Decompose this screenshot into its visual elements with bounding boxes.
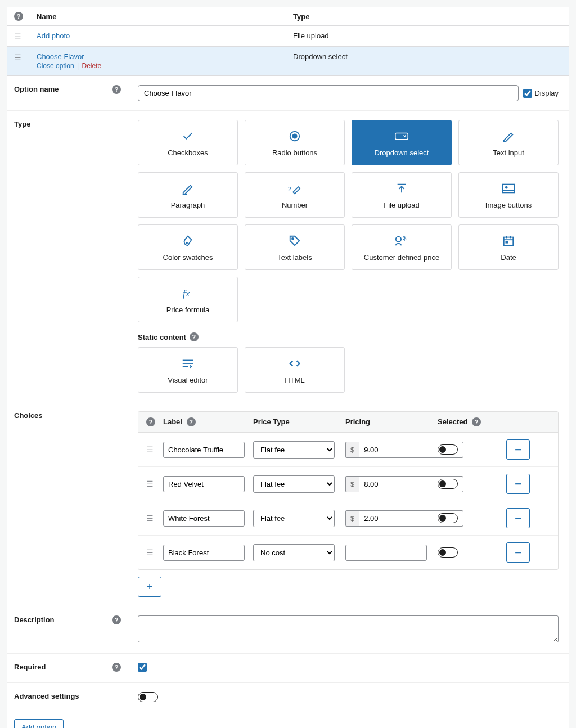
customer-defined-price-icon: $ — [356, 233, 448, 249]
option-row-selected[interactable]: ☰ Choose Flavor Close option | Delete Dr… — [7, 47, 569, 76]
type-card-label: Visual editor — [142, 376, 234, 384]
type-card-label: Radio buttons — [249, 149, 341, 157]
remove-choice-button[interactable]: − — [506, 542, 530, 563]
header-type: Type — [293, 12, 562, 21]
remove-choice-button[interactable]: − — [506, 439, 530, 460]
type-card-radio-buttons[interactable]: Radio buttons — [245, 120, 345, 165]
choice-row: ☰Flat fee$− — [138, 467, 558, 501]
type-card-customer-defined-price[interactable]: $Customer defined price — [352, 224, 452, 270]
required-checkbox[interactable] — [138, 663, 147, 672]
svg-point-9 — [506, 187, 507, 188]
description-textarea[interactable] — [138, 615, 559, 642]
choice-pricetype-select[interactable]: No cost — [253, 544, 335, 561]
type-card-image-buttons[interactable]: Image buttons — [458, 172, 559, 218]
type-card-label: Number — [249, 201, 341, 209]
choices-table: ? Label ? Price Type Pricing Selected ? … — [138, 411, 559, 570]
radio-buttons-icon — [249, 128, 341, 144]
option-name-link[interactable]: Choose Flavor — [37, 52, 84, 61]
options-header: ? Name Type — [7, 7, 569, 26]
choice-pricetype-select[interactable]: Flat fee — [253, 510, 335, 527]
type-card-dropdown-select[interactable]: Dropdown select — [352, 120, 452, 165]
svg-text:$: $ — [403, 235, 407, 241]
type-card-label: Price formula — [142, 305, 234, 314]
currency-prefix: $ — [345, 476, 359, 492]
option-type-text: Dropdown select — [293, 52, 562, 61]
remove-choice-button[interactable]: − — [506, 508, 530, 528]
color-swatches-icon — [142, 233, 234, 249]
help-icon[interactable]: ? — [187, 417, 196, 426]
image-buttons-icon — [462, 181, 555, 196]
add-option-button[interactable]: Add option — [14, 719, 64, 728]
option-row[interactable]: ☰ Add photo File upload — [7, 26, 569, 47]
paragraph-icon — [142, 181, 234, 196]
visual-editor-icon — [142, 356, 234, 371]
help-icon[interactable]: ? — [112, 85, 121, 94]
advanced-toggle[interactable] — [138, 692, 158, 702]
display-checkbox-wrap[interactable]: Display — [523, 89, 559, 98]
choice-selected-toggle[interactable] — [438, 513, 458, 523]
checkboxes-icon — [142, 128, 234, 144]
drag-icon[interactable]: ☰ — [14, 33, 21, 41]
svg-rect-8 — [503, 185, 514, 193]
type-card-number[interactable]: 2Number — [245, 172, 345, 218]
choice-price-input[interactable] — [345, 545, 427, 561]
add-choice-button[interactable]: + — [138, 577, 161, 597]
help-icon[interactable]: ? — [112, 615, 121, 624]
remove-choice-button[interactable]: − — [506, 474, 530, 494]
type-card-label: Color swatches — [142, 253, 234, 262]
type-card-checkboxes[interactable]: Checkboxes — [138, 120, 238, 165]
choice-pricetype-select[interactable]: Flat fee — [253, 475, 335, 493]
help-icon[interactable]: ? — [112, 663, 121, 672]
choice-selected-toggle[interactable] — [438, 479, 458, 489]
static-type-card-visual-editor[interactable]: Visual editor — [138, 347, 238, 393]
type-card-color-swatches[interactable]: Color swatches — [138, 224, 238, 270]
text-input-icon — [462, 128, 555, 144]
type-card-label: Checkboxes — [142, 149, 234, 157]
type-card-label: Text input — [462, 149, 555, 157]
currency-prefix: $ — [345, 442, 359, 458]
type-card-label: Paragraph — [142, 201, 234, 209]
choice-selected-toggle[interactable] — [438, 547, 458, 558]
help-icon[interactable]: ? — [472, 417, 481, 426]
static-content-label: Static content — [138, 333, 186, 341]
choice-label-input[interactable] — [163, 545, 245, 561]
choice-selected-toggle[interactable] — [438, 444, 458, 455]
delete-option-link[interactable]: Delete — [82, 62, 102, 70]
currency-prefix: $ — [345, 510, 359, 527]
type-card-text-input[interactable]: Text input — [458, 120, 559, 165]
svg-rect-2 — [395, 133, 408, 139]
help-icon[interactable]: ? — [190, 332, 199, 341]
drag-icon[interactable]: ☰ — [146, 514, 154, 523]
choice-pricetype-select[interactable]: Flat fee — [253, 441, 335, 459]
choice-label-input[interactable] — [163, 510, 245, 527]
choice-label-input[interactable] — [163, 476, 245, 492]
drag-icon[interactable]: ☰ — [146, 479, 154, 488]
static-type-card-html[interactable]: HTML — [245, 347, 345, 393]
svg-rect-15 — [504, 237, 514, 246]
choice-row: ☰No cost− — [138, 536, 558, 569]
type-card-paragraph[interactable]: Paragraph — [138, 172, 238, 218]
type-card-label: Image buttons — [462, 201, 555, 209]
option-name-input[interactable] — [138, 85, 519, 101]
drag-icon[interactable]: ☰ — [146, 548, 154, 557]
close-option-link[interactable]: Close option — [37, 62, 74, 70]
type-card-price-formula[interactable]: fxPrice formula — [138, 277, 238, 322]
choice-label-input[interactable] — [163, 442, 245, 458]
type-card-date[interactable]: Date — [458, 224, 559, 270]
drag-icon[interactable]: ☰ — [146, 445, 154, 454]
display-checkbox[interactable] — [523, 89, 532, 98]
svg-text:fx: fx — [183, 288, 190, 299]
required-label: Required — [14, 663, 46, 671]
help-icon[interactable]: ? — [146, 417, 155, 426]
choices-label: Choices — [14, 411, 43, 420]
type-card-text-labels[interactable]: Text labels — [245, 224, 345, 270]
svg-text:2: 2 — [288, 186, 291, 192]
svg-point-1 — [292, 134, 296, 138]
type-card-label: Dropdown select — [356, 149, 448, 157]
option-name-link[interactable]: Add photo — [37, 32, 70, 40]
help-icon[interactable]: ? — [14, 12, 23, 21]
date-icon — [462, 233, 555, 249]
drag-icon[interactable]: ☰ — [14, 53, 21, 61]
choices-selected-header: Selected — [438, 417, 467, 426]
type-card-file-upload[interactable]: File upload — [352, 172, 452, 218]
